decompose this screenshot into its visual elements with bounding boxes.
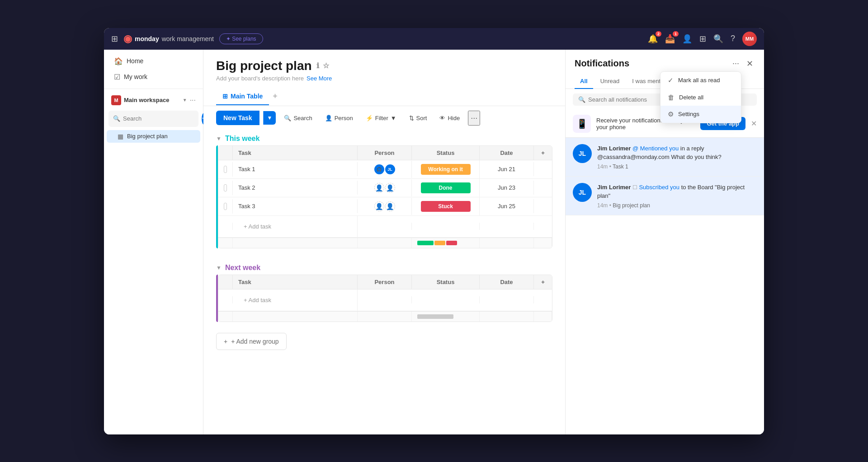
notif-context-2: Big project plan	[613, 202, 650, 209]
brand-name: monday	[135, 35, 159, 42]
bar-working	[434, 241, 445, 245]
group-title-this-week[interactable]: This week	[225, 135, 259, 143]
dropdown-delete-all[interactable]: 🗑 Delete all	[660, 89, 741, 106]
sidebar-item-home[interactable]: 🏠 Home	[107, 54, 200, 69]
summary-row-next-week	[218, 311, 552, 322]
notif-body-1: @cassandra@monday.com What do you think?	[597, 154, 722, 160]
notif-item-2[interactable]: JL Jim Lorimer ☐ Subscribed you to the B…	[566, 177, 764, 215]
notif-more-button[interactable]: ···	[731, 57, 741, 70]
workspace-options-icon[interactable]: ···	[190, 96, 196, 104]
board-desc-text: Add your board's description here	[216, 75, 304, 82]
td-add-task[interactable]: + Add task	[233, 216, 358, 237]
row-checkbox[interactable]	[224, 166, 227, 173]
td-status[interactable]: Done	[412, 179, 480, 197]
dropdown-mark-all-read[interactable]: ✓ Mark all as read	[660, 72, 741, 89]
th-checkbox-nw	[218, 275, 233, 289]
settings-label: Settings	[678, 111, 699, 117]
help-icon[interactable]: ?	[731, 34, 735, 43]
td-extra	[534, 203, 552, 210]
sidebar: 🏠 Home ☑ My work M Main workspace ▼ ··· …	[104, 50, 203, 434]
bell-icon[interactable]: 🔔 2	[648, 34, 658, 44]
sort-label: Sort	[416, 115, 427, 121]
td-date[interactable]: Jun 21	[480, 162, 534, 176]
td-extra	[534, 166, 552, 173]
td-status[interactable]: Working on it	[412, 160, 480, 178]
user-avatar[interactable]: MM	[742, 32, 757, 46]
sidebar-search-input[interactable]	[123, 115, 199, 122]
tab-add-button[interactable]: +	[269, 87, 281, 106]
notif-header-icons: ··· ✕	[731, 57, 755, 70]
row-checkbox[interactable]	[224, 203, 227, 210]
th-add-col[interactable]: +	[534, 146, 552, 160]
person-button[interactable]: 👤 Person	[321, 112, 358, 124]
td-task-name[interactable]: Task 3	[233, 199, 358, 213]
row-checkbox[interactable]	[224, 184, 227, 191]
add-task-button[interactable]: + Add task	[238, 219, 277, 233]
board-description: Add your board's description here See Mo…	[216, 75, 552, 82]
td-checkbox-add	[218, 223, 233, 230]
filter-button[interactable]: ⚡ Filter ▼	[361, 112, 401, 124]
people-icon[interactable]: 👤	[682, 34, 692, 44]
table-icon: ⊞	[222, 93, 228, 100]
board-title: Big project plan ℹ ☆	[216, 59, 552, 73]
hide-label: Hide	[448, 115, 460, 121]
new-task-button[interactable]: New Task	[216, 111, 259, 125]
notif-tab-unread[interactable]: Unread	[595, 74, 625, 89]
see-more-link[interactable]: See More	[307, 75, 332, 82]
sidebar-board-item[interactable]: ▦ Big project plan	[107, 130, 200, 143]
nav-icons: 🔔 2 📥 1 👤 ⊞ 🔍 ? MM	[648, 32, 757, 46]
group-title-next-week[interactable]: Next week	[225, 264, 260, 272]
search-icon[interactable]: 🔍	[713, 34, 723, 44]
td-task-name[interactable]: Task 2	[233, 181, 358, 195]
app-body: 🏠 Home ☑ My work M Main workspace ▼ ··· …	[104, 50, 764, 434]
td-task-name[interactable]: Task 1	[233, 162, 358, 176]
notif-action-1: @ Mentioned you	[632, 145, 679, 152]
notif-close-button[interactable]: ✕	[745, 57, 755, 70]
td-empty4	[534, 223, 552, 230]
td-person[interactable]: 🎧 JL	[358, 161, 412, 178]
inbox-icon[interactable]: 📥 1	[665, 34, 675, 44]
notif-avatar-2: JL	[573, 183, 592, 202]
more-options-button[interactable]: ···	[468, 111, 480, 126]
notif-rest-1: in a reply	[680, 145, 704, 152]
notif-action-2: Subscribed you	[639, 184, 679, 191]
new-task-dropdown[interactable]: ▼	[263, 111, 276, 125]
sort-button[interactable]: ⇅ Sort	[405, 112, 432, 124]
td-date[interactable]: Jun 25	[480, 199, 534, 213]
th-add-col-nw[interactable]: +	[534, 275, 552, 289]
td-person[interactable]: 👤 👤	[358, 179, 412, 196]
th-status-nw: Status	[412, 275, 480, 289]
sidebar-board-label: Big project plan	[127, 133, 168, 140]
main-content: Big project plan ℹ ☆ Add your board's de…	[203, 50, 565, 434]
search-toolbar-button[interactable]: 🔍 Search	[279, 112, 316, 124]
summary-row-this-week	[218, 238, 552, 248]
notif-item-1[interactable]: JL Jim Lorimer @ Mentioned you in a repl…	[566, 138, 764, 177]
dropdown-settings[interactable]: ⚙ Settings	[660, 106, 741, 123]
banner-close-button[interactable]: ✕	[751, 119, 757, 128]
td-add-task-nw[interactable]: + Add task	[233, 289, 358, 311]
summary-td4	[412, 238, 480, 248]
workspace-header[interactable]: M Main workspace ▼ ···	[104, 93, 203, 108]
person-avatar-empty3: 👤	[374, 201, 384, 211]
tab-main-table[interactable]: ⊞ Main Table	[216, 88, 269, 105]
info-icon[interactable]: ℹ	[316, 61, 319, 70]
td-status[interactable]: Stuck	[412, 197, 480, 215]
apps-icon[interactable]: ⊞	[699, 34, 706, 44]
filter-icon: ⚡	[366, 115, 373, 121]
grid-icon[interactable]: ⊞	[111, 34, 118, 44]
td-empty-nw1	[358, 296, 412, 303]
notif-tab-all[interactable]: All	[575, 74, 593, 89]
group-collapse-next-icon[interactable]: ▼	[216, 265, 222, 271]
group-collapse-icon[interactable]: ▼	[216, 135, 222, 142]
star-icon[interactable]: ☆	[323, 61, 329, 70]
summary-td-nw2	[233, 312, 358, 322]
td-empty1	[358, 223, 412, 230]
sidebar-item-mywork[interactable]: ☑ My work	[107, 70, 200, 84]
add-task-button-nw[interactable]: + Add task	[238, 293, 277, 307]
td-person[interactable]: 👤 👤	[358, 198, 412, 215]
td-date[interactable]: Jun 23	[480, 181, 534, 195]
see-plans-button[interactable]: ✦ See plans	[219, 33, 263, 44]
hide-button[interactable]: 👁 Hide	[435, 112, 464, 124]
add-group-button[interactable]: + + Add new group	[216, 333, 287, 350]
td-empty2	[412, 223, 480, 230]
